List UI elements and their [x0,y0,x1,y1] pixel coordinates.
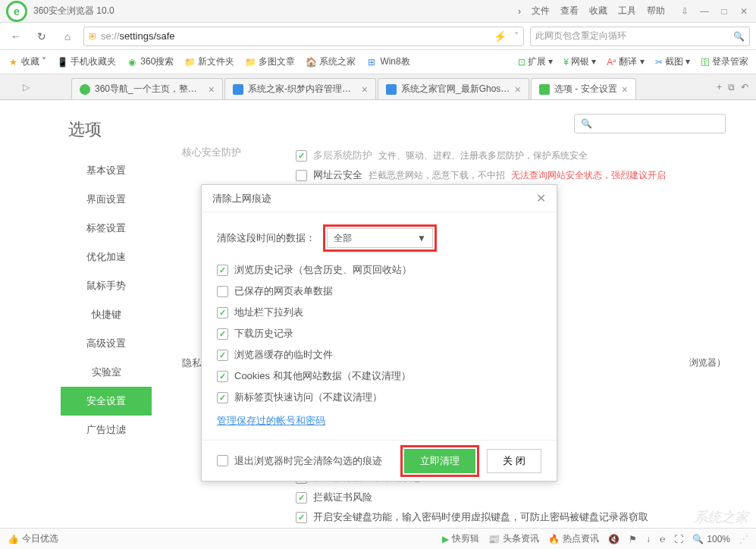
chk-download[interactable] [217,328,228,340]
expand-icon[interactable]: ⛶ [674,534,683,544]
app-title: 360安全浏览器 10.0 [33,5,518,17]
highlight-annotation: 立即清理 [400,445,479,477]
chk-forms[interactable] [217,286,228,297]
tab-scroll-right[interactable]: ▷ [18,82,33,93]
menu-view[interactable]: 查看 [560,5,579,17]
new-tab-button[interactable]: + [717,82,722,93]
bookmark-newfolder[interactable]: 📁新文件夹 [184,55,234,68]
favorites-menu[interactable]: ★收藏 ˅ [8,55,46,68]
sidebar-item-optimize[interactable]: 优化加速 [61,243,152,271]
checkbox-keyboard[interactable] [296,512,307,523]
resize-grip-icon[interactable]: ⋰ [739,534,748,544]
status-today[interactable]: 👍今日优选 [8,532,58,545]
bookmark-win8[interactable]: ⊞Win8教 [366,55,409,68]
tab-favicon [233,84,243,95]
close-dialog-button[interactable]: 关 闭 [487,449,541,473]
tab-close-icon[interactable]: × [622,83,628,96]
time-range-dropdown[interactable]: 全部 ▼ [327,228,433,248]
bookmark-360search[interactable]: ◉360搜索 [127,55,174,68]
tab-4-active[interactable]: 选项 - 安全设置 × [531,78,636,99]
sidebar-item-gesture[interactable]: 鼠标手势 [61,271,152,300]
status-headlines[interactable]: 📰头条资讯 [488,532,539,545]
minimize-button[interactable]: — [698,6,711,17]
dialog-close-button[interactable]: ✕ [536,191,546,205]
checkbox-block-cert[interactable] [296,492,307,504]
folder-icon: 📁 [245,57,256,67]
bookmark-syshome[interactable]: 🏠系统之家 [306,55,356,68]
bookmark-mobile[interactable]: 📱手机收藏夹 [57,55,116,68]
back-button[interactable]: ← [6,27,26,46]
maximize-button[interactable]: □ [718,6,730,17]
translate-icon: Aᵃ [607,57,616,67]
shield-icon: ⛨ [89,31,98,42]
pin-button[interactable]: ⇩ [679,6,691,17]
globe-icon: ◉ [127,57,137,67]
chk-history[interactable] [217,265,228,276]
highlight-annotation: 全部 ▼ [323,224,437,252]
tab-3[interactable]: 系统之家官网_最新Ghost X × [378,78,529,99]
chevron-down-icon: ▼ [417,233,426,243]
restore-tab-button[interactable]: ↶ [741,82,748,93]
menu-file[interactable]: 文件 [532,5,550,17]
search-icon: 🔍 [581,118,592,129]
download-icon[interactable]: ↓ [646,534,651,544]
menu-help[interactable]: 帮助 [647,5,665,17]
bookmark-multi[interactable]: 📁多图文章 [245,55,295,68]
status-hotspot[interactable]: 🔥热点资讯 [548,532,599,545]
news-icon: 📰 [488,534,500,544]
zoom-level[interactable]: 🔍100% [692,534,730,544]
tool-bank[interactable]: ¥网银 ▾ [563,55,596,68]
manage-passwords-link[interactable]: 管理保存过的帐号和密码 [217,414,325,428]
puzzle-icon: ⊡ [518,57,525,67]
tool-translate[interactable]: Aᵃ翻译 ▾ [607,55,644,68]
sidebar-item-tabs[interactable]: 标签设置 [61,214,152,243]
home-button[interactable]: ⌂ [58,27,77,46]
menu-tools[interactable]: 工具 [618,5,636,17]
sidebar-item-advanced[interactable]: 高级设置 [61,329,152,358]
chk-cache[interactable] [217,350,228,361]
tool-login[interactable]: ⚿登录管家 [701,55,748,68]
star-icon: ★ [8,57,18,67]
scissors-icon: ✂ [655,57,663,67]
clear-now-button[interactable]: 立即清理 [404,449,475,473]
fire-icon: 🔥 [548,534,560,544]
tool-extend[interactable]: ⊡扩展 ▾ [518,55,553,68]
sidebar-item-adblock[interactable]: 广告过滤 [61,416,152,444]
chk-addrlist[interactable] [217,307,228,318]
chk-cookies[interactable] [217,371,228,382]
sidebar-item-shortcut[interactable]: 快捷键 [61,300,152,329]
tab-close-icon[interactable]: × [209,83,215,96]
app-logo: e [6,1,27,22]
tab-close-icon[interactable]: × [362,83,368,96]
mute-icon[interactable]: 🔇 [608,534,620,544]
menu-arrow[interactable]: › [518,6,521,17]
addr-dropdown-icon[interactable]: ˅ [514,31,519,42]
status-quick[interactable]: ▶快剪辑 [442,532,479,545]
speed-icon[interactable]: ⚡ [489,30,511,42]
search-icon[interactable]: 🔍 [733,31,745,42]
menu-favorites[interactable]: 收藏 [589,5,607,17]
section-core-label: 核心安全防护 [182,146,241,159]
close-window-button[interactable]: ✕ [738,6,750,17]
chk-exit-clear[interactable] [217,455,228,466]
tab-1[interactable]: 360导航_一个主页，整个世… × [71,78,223,99]
yen-icon: ¥ [563,57,569,67]
checkbox-multi[interactable] [296,150,307,162]
status-icon[interactable]: ⚑ [629,534,637,544]
tab-close-icon[interactable]: × [515,83,521,96]
tab-list-button[interactable]: ⧉ [728,82,735,93]
sidebar-item-basic[interactable]: 基本设置 [61,156,152,185]
tab-2[interactable]: 系统之家-织梦内容管理系统 × [224,78,376,99]
sidebar-item-security[interactable]: 安全设置 [61,387,152,416]
sidebar-item-ui[interactable]: 界面设置 [61,185,152,214]
process-icon[interactable]: ℮ [660,534,665,544]
checkbox-webcloud[interactable] [296,170,307,181]
search-bar[interactable]: 此网页包含重定向循环 🔍 [530,27,750,46]
address-bar[interactable]: ⛨ se://settings/safe ⚡ ˅ [83,27,524,46]
settings-search[interactable]: 🔍 [574,114,726,133]
chk-newtab[interactable] [217,392,228,403]
tool-capture[interactable]: ✂截图 ▾ [655,55,690,68]
sidebar-item-lab[interactable]: 实验室 [61,358,152,387]
mobile-icon: 📱 [57,57,67,67]
reload-button[interactable]: ↻ [32,27,52,46]
